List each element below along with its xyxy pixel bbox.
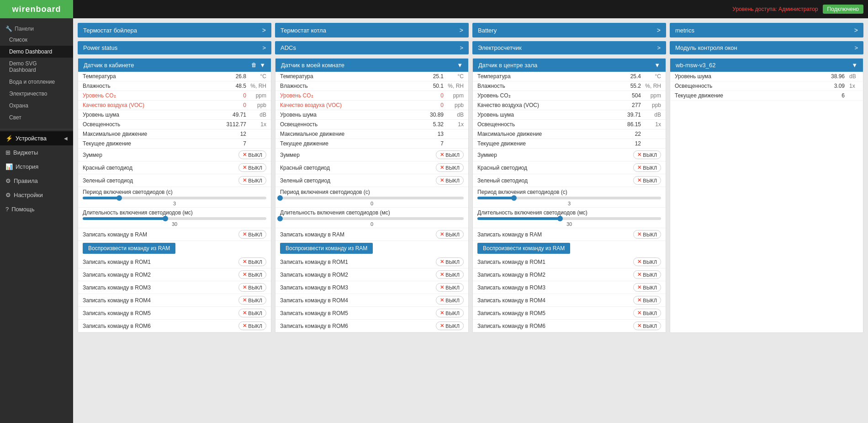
btn-rom4-3[interactable]: ✕ВЫКЛ (633, 296, 661, 305)
btn-rom6-3[interactable]: ✕ВЫКЛ (633, 321, 661, 330)
btn-rom6-1[interactable]: ✕ВЫКЛ (238, 321, 266, 330)
panel-moya-komnata-header[interactable]: Датчик в моей комнате ▼ (275, 59, 468, 72)
panel-moya-komnata-body: Температура 25.1 °C Влажность 50.1 %, RH… (275, 72, 468, 332)
sidebar-item-history[interactable]: 📊 История (0, 160, 73, 174)
collapse-icon-2[interactable]: ▼ (457, 62, 463, 69)
control-rom5-2: Записать команду в ROM5 ✕ВЫКЛ (275, 307, 468, 320)
panel-tsentr-zala-header[interactable]: Датчик в центре зала ▼ (473, 59, 666, 72)
btn-rom1-3[interactable]: ✕ВЫКЛ (633, 257, 661, 266)
section-power-status[interactable]: Power status > (78, 41, 271, 54)
slider-track-period-2[interactable] (280, 197, 464, 199)
btn-rom5-3[interactable]: ✕ВЫКЛ (633, 309, 661, 317)
btn-ram-1[interactable]: ✕ВЫКЛ (238, 230, 266, 239)
btn-ram-3[interactable]: ✕ВЫКЛ (633, 230, 661, 239)
btn-rom3-2[interactable]: ✕ВЫКЛ (436, 283, 464, 292)
sidebar-item-light[interactable]: Свет (0, 112, 73, 123)
btn-buzzer-1[interactable]: ✕ВЫКЛ (238, 150, 266, 159)
btn-red-led-1[interactable]: ✕ВЫКЛ (238, 163, 266, 172)
collapse-icon-1[interactable]: ▼ (259, 62, 265, 69)
btn-rom3-1[interactable]: ✕ВЫКЛ (238, 283, 266, 292)
btn-green-led-2[interactable]: ✕ВЫКЛ (436, 176, 464, 185)
btn-red-led-2[interactable]: ✕ВЫКЛ (436, 163, 464, 172)
banner-metrics[interactable]: metrics > (670, 23, 863, 37)
sidebar-item-demo-dashboard[interactable]: Demo Dashboard (0, 46, 73, 58)
banner-termostat-kotla[interactable]: Термостат котла > (275, 23, 469, 37)
slider-track-duration-1[interactable] (83, 217, 266, 220)
panel-tsentr-zala: Датчик в центре зала ▼ Температура 25.4 … (472, 58, 666, 333)
device-panels-row: Датчик в кабинете 🗑 ▼ Температура 26.8 °… (78, 58, 863, 333)
btn-buzzer-3[interactable]: ✕ВЫКЛ (633, 150, 661, 159)
slider-thumb-duration-2[interactable] (277, 216, 283, 221)
btn-green-led-3[interactable]: ✕ВЫКЛ (633, 176, 661, 185)
control-green-led-3: Зеленый светодиод ✕ВЫКЛ (473, 174, 666, 187)
btn-rom2-1[interactable]: ✕ВЫКЛ (238, 270, 266, 279)
section-adcs[interactable]: ADCs > (275, 41, 469, 54)
btn-ram-2[interactable]: ✕ВЫКЛ (436, 230, 464, 239)
sidebar-item-water[interactable]: Вода и отопление (0, 76, 73, 88)
btn-rom2-3[interactable]: ✕ВЫКЛ (633, 270, 661, 279)
btn-rom3-3[interactable]: ✕ВЫКЛ (633, 283, 661, 292)
btn-rom1-1[interactable]: ✕ВЫКЛ (238, 257, 266, 266)
control-buzzer-1: Зуммер ✕ВЫКЛ (78, 149, 271, 161)
control-red-led-1: Красный светодиод ✕ВЫКЛ (78, 161, 271, 174)
control-red-led-3: Красный светодиод ✕ВЫКЛ (473, 161, 666, 174)
btn-red-led-3[interactable]: ✕ВЫКЛ (633, 163, 661, 172)
slider-thumb-period-1[interactable] (116, 195, 122, 201)
sidebar-item-settings[interactable]: ⚙ Настройки (0, 188, 73, 202)
section-electrometer[interactable]: Электросчетчик > (472, 41, 666, 54)
btn-buzzer-2[interactable]: ✕ВЫКЛ (436, 150, 464, 159)
collapse-icon-3[interactable]: ▼ (654, 62, 660, 69)
slider-thumb-period-3[interactable] (511, 195, 517, 201)
slider-track-duration-2[interactable] (280, 217, 464, 220)
slider-thumb-duration-3[interactable] (557, 216, 563, 221)
control-rom4-3: Записать команду в ROM4 ✕ВЫКЛ (473, 294, 666, 307)
slider-track-period-3[interactable] (477, 197, 661, 199)
layout: 🔧 Панели Список Demo Dashboard Demo SVG … (0, 18, 868, 423)
section-window-module[interactable]: Модуль контроля окон > (670, 41, 863, 54)
btn-rom2-2[interactable]: ✕ВЫКЛ (436, 270, 464, 279)
sidebar-item-rules[interactable]: ⚙ Правила (0, 174, 73, 188)
btn-rom4-2[interactable]: ✕ВЫКЛ (436, 296, 464, 305)
slider-thumb-period-2[interactable] (277, 195, 283, 201)
btn-play-ram-3[interactable]: Воспроизвести команду из RAM (477, 243, 570, 254)
btn-rom1-2[interactable]: ✕ВЫКЛ (436, 257, 464, 266)
logo[interactable]: wirenboard (0, 0, 73, 18)
trash-icon[interactable]: 🗑 (251, 62, 257, 69)
btn-play-ram-1[interactable]: Воспроизвести команду из RAM (83, 243, 175, 254)
divider-1 (0, 129, 73, 129)
sensor-maxmove-1: Максимальное движение 12 (78, 129, 271, 139)
sidebar-item-help[interactable]: ? Помощь (0, 202, 73, 216)
btn-rom4-1[interactable]: ✕ВЫКЛ (238, 296, 266, 305)
sidebar-item-security[interactable]: Охрана (0, 100, 73, 112)
slider-fill-duration-1 (83, 217, 165, 220)
banner-termostat-boilera[interactable]: Термостат бойлера > (78, 23, 271, 37)
x-icon-ram-1: ✕ (243, 231, 247, 237)
btn-play-ram-2[interactable]: Воспроизвести команду из RAM (280, 243, 373, 254)
banner-label-1: Термостат бойлера (83, 27, 137, 34)
sidebar-item-spisok[interactable]: Список (0, 34, 73, 46)
panel-tsentr-zala-body: Температура 25.4 °C Влажность 55.2 %, RH… (473, 72, 666, 332)
slider-thumb-duration-1[interactable] (163, 216, 168, 221)
connected-badge: Подключено (823, 5, 863, 14)
sidebar-item-widgets[interactable]: ⊞ Виджеты (0, 145, 73, 160)
sidebar-item-electricity[interactable]: Электричество (0, 88, 73, 100)
collapse-icon-4[interactable]: ▼ (852, 62, 857, 69)
control-rom4-2: Записать команду в ROM4 ✕ВЫКЛ (275, 294, 468, 307)
access-label: Уровень доступа: Администратор (732, 6, 818, 12)
btn-rom5-2[interactable]: ✕ВЫКЛ (436, 309, 464, 317)
banner-battery[interactable]: Battery > (472, 23, 666, 37)
btn-green-led-1[interactable]: ✕ВЫКЛ (238, 176, 266, 185)
sidebar-item-devices[interactable]: ⚡ Устройства ◀ (0, 131, 73, 145)
slider-track-period-1[interactable] (83, 197, 266, 199)
btn-rom5-1[interactable]: ✕ВЫКЛ (238, 309, 266, 317)
btn-rom6-2[interactable]: ✕ВЫКЛ (436, 321, 464, 330)
sensor-co2-2: Уровень CO₂ 0 ppm (275, 91, 468, 101)
panel-wb-msw-header[interactable]: wb-msw-v3_62 ▼ (670, 59, 863, 72)
arrow-icon-elec: > (657, 44, 661, 51)
sidebar-item-demo-svg[interactable]: Demo SVG Dashboard (0, 58, 73, 76)
panel-kabinet-header[interactable]: Датчик в кабинете 🗑 ▼ (78, 59, 271, 72)
arrow-icon-1: > (262, 27, 266, 34)
slider-track-duration-3[interactable] (477, 217, 661, 220)
sensor-co2-1: Уровень CO₂ 0 ppm (78, 91, 271, 101)
sensor-noise-2: Уровень шума 30.89 dB (275, 110, 468, 120)
